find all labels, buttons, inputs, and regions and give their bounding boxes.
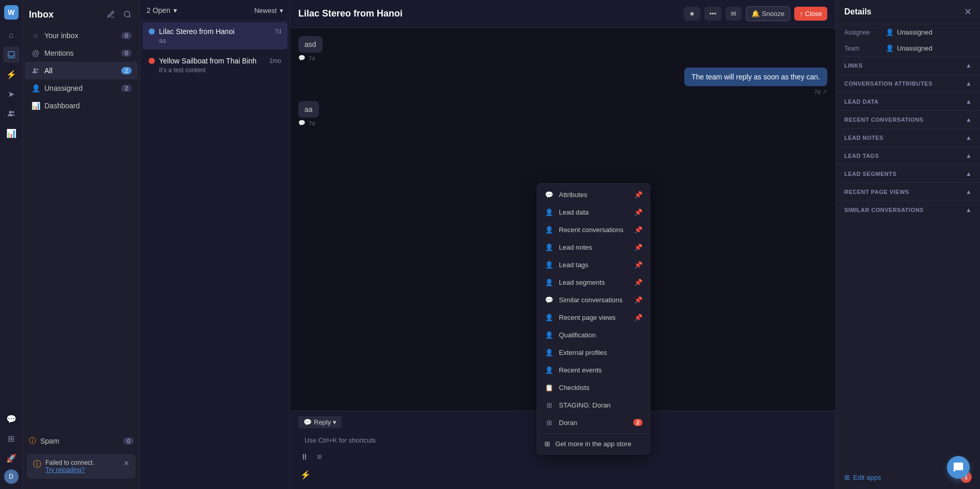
dropdown-item-lead-data[interactable]: 👤 Lead data 📌 (537, 203, 650, 221)
sidebar-item-your-inbox[interactable]: ○ Your inbox 0 (25, 27, 138, 44)
pin-icon-lead-segments: 📌 (634, 279, 642, 286)
chat-nav-btn[interactable]: 💬 (3, 411, 20, 427)
section-conv-attributes[interactable]: CONVERSATION ATTRIBUTES ▲ (836, 74, 980, 92)
dropdown-item-lead-segments[interactable]: 👤 Lead segments 📌 (537, 273, 650, 291)
star-btn[interactable]: ★ (684, 7, 700, 21)
recent-views-icon: 👤 (544, 313, 554, 322)
flash-nav-btn[interactable]: ⚡ (3, 66, 20, 83)
dropdown-label-attributes: Attributes (559, 191, 629, 199)
dropdown-item-external-profiles[interactable]: 👤 External profiles (537, 344, 650, 361)
conv-item-0[interactable]: Lilac Stereo from Hanoi 7d aa (142, 22, 287, 50)
dropdown-item-lead-tags[interactable]: 👤 Lead tags 📌 (537, 256, 650, 273)
edit-apps-icon: ⊞ (844, 474, 850, 481)
home-nav-btn[interactable]: ⌂ (3, 27, 20, 43)
sidebar-label-all: All (44, 67, 117, 75)
dropdown-item-recent-conversations[interactable]: 👤 Recent conversations 📌 (537, 221, 650, 238)
reply-chevron: ▾ (333, 418, 336, 426)
conv-open-filter[interactable]: 2 Open ▾ (147, 6, 177, 14)
section-lead-segments[interactable]: LEAD SEGMENTS ▲ (836, 165, 980, 183)
unassigned-icon: 👤 (31, 84, 40, 93)
dropdown-item-doran[interactable]: ⊞ Doran ✕ 2 (537, 414, 650, 431)
section-lead-notes[interactable]: LEAD NOTES ▲ (836, 128, 980, 146)
live-chat-bubble[interactable] (947, 456, 970, 479)
your-inbox-badge: 0 (121, 32, 132, 39)
email-btn[interactable]: ✉ (726, 7, 742, 21)
lightning-btn[interactable]: ⚡ (298, 468, 313, 482)
dropdown-item-checklists[interactable]: 📋 Checklists (537, 379, 650, 396)
toast-reload-link[interactable]: Try reloading? (45, 466, 85, 474)
lead-notes-icon: 👤 (544, 242, 554, 252)
app-store-item[interactable]: ⊞ Get more in the app store (537, 436, 650, 452)
qualification-icon: 👤 (544, 330, 554, 339)
doran-icon: ⊞ (544, 418, 554, 427)
conv-list-header: 2 Open ▾ Newest ▾ (140, 0, 290, 21)
doran-badge: 2 (633, 419, 642, 426)
chat-header: Lilac Stereo from Hanoi ★ ••• ✉ 🔔 Snooze… (290, 0, 836, 28)
dropdown-item-staging-doran[interactable]: ⊞ STAGING: Doran (537, 396, 650, 414)
close-arrow-icon: ↑ (799, 10, 803, 18)
lead-tags-icon: 👤 (544, 260, 554, 269)
dropdown-item-recent-events[interactable]: 👤 Recent events (537, 361, 650, 379)
section-similar-conv-label: SIMILAR CONVERSATIONS (844, 207, 924, 213)
edit-apps-btn[interactable]: ⊞ Edit apps (844, 474, 881, 481)
dropdown-label-external-profiles: External profiles (559, 349, 642, 356)
dropdown-item-similar-conversations[interactable]: 💬 Similar conversations 📌 (537, 291, 650, 308)
recent-conv-icon: 👤 (544, 225, 554, 234)
analytics-nav-btn[interactable]: 📊 (3, 125, 20, 141)
snooze-btn[interactable]: 🔔 Snooze (746, 6, 790, 21)
message-1-check: ✓ (823, 88, 827, 95)
section-lead-tags[interactable]: LEAD TAGS ▲ (836, 146, 980, 165)
svg-point-4 (34, 68, 36, 71)
chat-actions: ★ ••• ✉ 🔔 Snooze ↑ Close (684, 6, 828, 21)
dropdown-label-lead-segments: Lead segments (559, 279, 629, 286)
details-panel: Details ✕ Assignee 👤 Unassigned Team 👤 U… (836, 0, 980, 489)
compose-icon[interactable] (105, 8, 117, 21)
list-btn[interactable]: ≡ (315, 450, 324, 464)
section-conv-attributes-chevron: ▲ (966, 80, 972, 87)
conv-item-1[interactable]: Yellow Sailboat from Thai Binh 1mo It's … (142, 52, 287, 79)
section-lead-segments-chevron: ▲ (966, 170, 972, 177)
rocket-nav-btn[interactable]: 🚀 (3, 450, 20, 466)
section-similar-conversations[interactable]: SIMILAR CONVERSATIONS ▲ (836, 201, 980, 219)
icon-bar: W ⌂ ⚡ ➤ 📊 💬 ⊞ 🚀 D (0, 0, 23, 489)
section-recent-page-views[interactable]: RECENT PAGE VIEWS ▲ (836, 183, 980, 201)
more-btn[interactable]: ••• (704, 7, 722, 21)
sidebar-item-all[interactable]: All 2 (25, 62, 138, 79)
dropdown-item-recent-page-views[interactable]: 👤 Recent page views 📌 (537, 308, 650, 326)
dropdown-item-qualification[interactable]: 👤 Qualification (537, 326, 650, 344)
svg-point-5 (37, 69, 39, 71)
section-links[interactable]: LINKS ▲ (836, 56, 980, 74)
message-0-bubble: asd (298, 36, 323, 53)
all-icon (31, 66, 40, 75)
conv-sort-btn[interactable]: Newest ▾ (254, 7, 283, 14)
sidebar-item-dashboard[interactable]: 📊 Dashboard (25, 97, 138, 115)
dropdown-item-lead-notes[interactable]: 👤 Lead notes 📌 (537, 238, 650, 256)
close-btn[interactable]: ↑ Close (794, 7, 827, 21)
dropdown-label-lead-notes: Lead notes (559, 243, 629, 251)
contacts-nav-btn[interactable] (3, 105, 20, 122)
pause-btn[interactable]: ⏸ (298, 450, 311, 464)
reply-btn[interactable]: 💬 Reply ▾ (298, 416, 342, 428)
external-profiles-icon: 👤 (544, 348, 554, 357)
lead-data-icon: 👤 (544, 207, 554, 217)
sidebar-item-mentions[interactable]: @ Mentions 0 (25, 44, 138, 62)
toast-warning-icon: ⓘ (33, 459, 41, 470)
navigate-nav-btn[interactable]: ➤ (3, 86, 20, 102)
toast-close-btn[interactable]: ✕ (123, 459, 130, 467)
dropdown-item-attributes[interactable]: 💬 Attributes 📌 (537, 186, 650, 203)
details-close-btn[interactable]: ✕ (964, 6, 972, 18)
section-lead-tags-chevron: ▲ (966, 152, 972, 159)
dashboard-icon: 📊 (31, 101, 40, 110)
apps-nav-btn[interactable]: ⊞ (3, 430, 20, 447)
sidebar-item-spam[interactable]: ⓘ Spam 0 (23, 432, 140, 450)
sidebar-item-unassigned[interactable]: 👤 Unassigned 2 (25, 79, 138, 97)
sidebar: Inbox ○ Your inbox 0 @ Mentions 0 All 2 … (23, 0, 140, 489)
inbox-nav-btn[interactable] (3, 46, 20, 63)
section-recent-conversations[interactable]: RECENT CONVERSATIONS ▲ (836, 110, 980, 128)
sidebar-label-unassigned: Unassigned (44, 84, 117, 92)
section-lead-data[interactable]: LEAD DATA ▲ (836, 92, 980, 110)
avatar-btn[interactable]: D (4, 469, 19, 484)
pin-icon-recent-conv: 📌 (634, 226, 642, 234)
search-icon[interactable] (121, 8, 134, 21)
sidebar-label-your-inbox: Your inbox (44, 31, 117, 40)
